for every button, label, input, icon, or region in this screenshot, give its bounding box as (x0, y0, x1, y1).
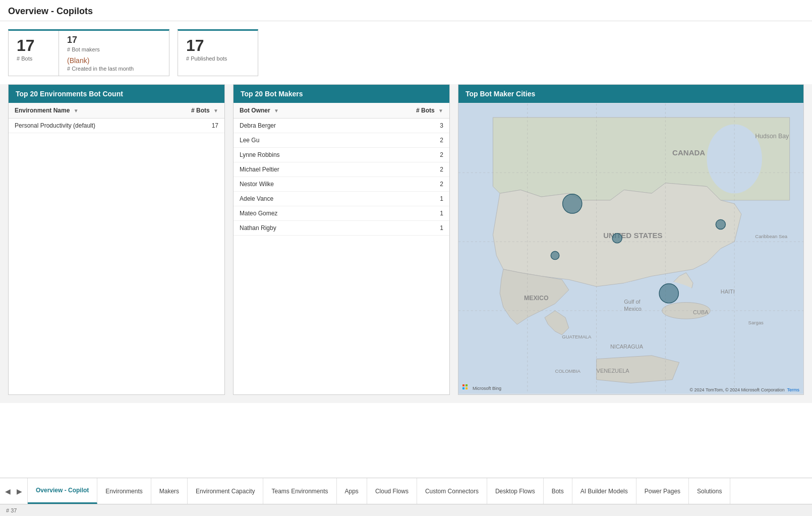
map-card: Top Bot Maker Cities (458, 84, 804, 395)
table-row: Michael Peltier2 (234, 162, 449, 177)
map-svg: CANADA UNITED STATES MEXICO Gulf of Mexi… (458, 103, 803, 394)
svg-text:Gulf of: Gulf of (624, 299, 641, 305)
page-count: # 37 (6, 507, 17, 513)
tab-nav-right[interactable]: ▶ (14, 485, 25, 497)
env-table-header: Top 20 Environments Bot Count (9, 85, 224, 103)
tab-power-pages[interactable]: Power Pages (636, 478, 689, 504)
maker-name: Nestor Wilke (234, 177, 357, 192)
table-row: Lee Gu2 (234, 133, 449, 148)
env-table-card: Top 20 Environments Bot Count Environmen… (8, 84, 225, 395)
sort-icon-env: ▼ (74, 108, 79, 113)
table-row: Mateo Gomez1 (234, 206, 449, 221)
svg-rect-31 (462, 384, 465, 386)
makers-col-owner[interactable]: Bot Owner ▼ (234, 103, 357, 119)
svg-text:Caribbean Sea: Caribbean Sea (755, 234, 787, 239)
maker-name: Mateo Gomez (234, 206, 357, 221)
kpi-card-bots-split: 17 # Bots 17 # Bot makers (Blank) # Crea… (8, 29, 169, 76)
tab-environments[interactable]: Environments (97, 478, 151, 504)
table-row: Lynne Robbins2 (234, 148, 449, 162)
maker-name: Nathan Rigby (234, 221, 357, 236)
maker-bots: 2 (357, 177, 449, 192)
makers-table-header: Top 20 Bot Makers (234, 85, 449, 103)
env-table-body: Personal Productivity (default)17 (9, 119, 224, 133)
sort-icon-bots-env: ▼ (213, 108, 218, 113)
kpi-bots: 17 # Bots (9, 31, 59, 76)
makers-table: Bot Owner ▼ # Bots ▼ Debra Berger3Lee Gu… (234, 103, 449, 236)
kpi-blank-label: # Created in the last month (67, 66, 134, 72)
tab-bots[interactable]: Bots (544, 478, 572, 504)
svg-text:NICARAGUA: NICARAGUA (610, 343, 644, 350)
maker-bots: 2 (357, 162, 449, 177)
maker-name: Lynne Robbins (234, 148, 357, 162)
kpi-published-label: # Published bots (186, 55, 250, 62)
svg-text:GUATEMALA: GUATEMALA (562, 334, 592, 339)
tab-ai-builder-models[interactable]: AI Builder Models (572, 478, 636, 504)
terms-link[interactable]: Terms (787, 387, 800, 392)
kpi-card-published: 17 # Published bots (178, 29, 258, 76)
maker-bots: 1 (357, 221, 449, 236)
map-copyright: © 2024 TomTom, © 2024 Microsoft Corporat… (689, 387, 799, 392)
sort-icon-bots-makers: ▼ (438, 108, 443, 113)
svg-text:HAITI: HAITI (721, 289, 735, 295)
makers-col-bots[interactable]: # Bots ▼ (357, 103, 449, 119)
kpi-blank-value: (Blank) (67, 56, 134, 65)
svg-text:CANADA: CANADA (672, 148, 705, 157)
map-container: CANADA UNITED STATES MEXICO Gulf of Mexi… (458, 103, 803, 394)
svg-point-29 (551, 251, 559, 259)
table-row: Nathan Rigby1 (234, 221, 449, 236)
tab-makers[interactable]: Makers (151, 478, 188, 504)
tab-desktop-flows[interactable]: Desktop Flows (487, 478, 544, 504)
tab-overview-copilot[interactable]: Overview - Copilot (28, 478, 97, 504)
svg-rect-33 (462, 387, 465, 389)
kpi-bots-label: # Bots (17, 55, 50, 62)
tab-apps[interactable]: Apps (337, 478, 367, 504)
maker-bots: 2 (357, 148, 449, 162)
svg-text:COLOMBIA: COLOMBIA (555, 368, 581, 374)
tab-nav-controls: ◀ ▶ (0, 478, 28, 504)
makers-table-body: Debra Berger3Lee Gu2Lynne Robbins2Michae… (234, 119, 449, 236)
table-row: Personal Productivity (default)17 (9, 119, 224, 133)
bing-logo (462, 384, 471, 392)
table-row: Adele Vance1 (234, 192, 449, 206)
kpi-published-number: 17 (186, 37, 250, 54)
kpi-bot-makers-number: 17 (67, 35, 134, 45)
env-col-name[interactable]: Environment Name ▼ (9, 103, 160, 119)
maker-bots: 2 (357, 133, 449, 148)
svg-text:MEXICO: MEXICO (524, 295, 549, 302)
makers-table-card: Top 20 Bot Makers Bot Owner ▼ # Bots ▼ (233, 84, 450, 395)
tab-environment-capacity[interactable]: Environment Capacity (188, 478, 263, 504)
tab-solutions[interactable]: Solutions (689, 478, 730, 504)
svg-text:CUBA: CUBA (693, 309, 709, 315)
svg-point-30 (659, 284, 678, 303)
svg-rect-34 (466, 387, 468, 389)
tables-section: Top 20 Environments Bot Count Environmen… (0, 84, 812, 403)
kpi-bot-makers-label: # Bot makers (67, 46, 134, 52)
kpi-bots-number: 17 (17, 37, 50, 54)
svg-point-26 (563, 194, 582, 213)
tab-custom-connectors[interactable]: Custom Connectors (417, 478, 487, 504)
maker-name: Debra Berger (234, 119, 357, 133)
svg-text:Sargas: Sargas (748, 320, 764, 325)
kpi-section: 17 # Bots 17 # Bot makers (Blank) # Crea… (0, 21, 812, 84)
svg-rect-32 (466, 384, 468, 386)
tab-cloud-flows[interactable]: Cloud Flows (367, 478, 417, 504)
svg-text:VENEZUELA: VENEZUELA (597, 368, 630, 374)
sort-icon-owner: ▼ (274, 108, 279, 113)
table-row: Debra Berger3 (234, 119, 449, 133)
page-title: Overview - Copilots (8, 6, 804, 17)
tab-nav-left[interactable]: ◀ (2, 485, 14, 497)
attribution-text: Microsoft Bing (473, 386, 501, 391)
maker-bots: 1 (357, 206, 449, 221)
kpi-bot-makers: 17 # Bot makers (Blank) # Created in the… (59, 31, 142, 76)
svg-point-27 (612, 234, 622, 243)
tab-bar: ◀ ▶ Overview - CopilotEnvironmentsMakers… (0, 478, 812, 504)
env-table: Environment Name ▼ # Bots ▼ Personal Pro… (9, 103, 224, 133)
svg-text:Mexico: Mexico (624, 306, 642, 312)
map-attribution: Microsoft Bing (462, 384, 501, 392)
env-col-bots[interactable]: # Bots ▼ (160, 103, 224, 119)
table-row: Nestor Wilke2 (234, 177, 449, 192)
svg-text:Hudson Bay: Hudson Bay (755, 133, 789, 140)
maker-bots: 3 (357, 119, 449, 133)
tab-teams-environments[interactable]: Teams Environments (263, 478, 336, 504)
map-header: Top Bot Maker Cities (458, 85, 803, 103)
